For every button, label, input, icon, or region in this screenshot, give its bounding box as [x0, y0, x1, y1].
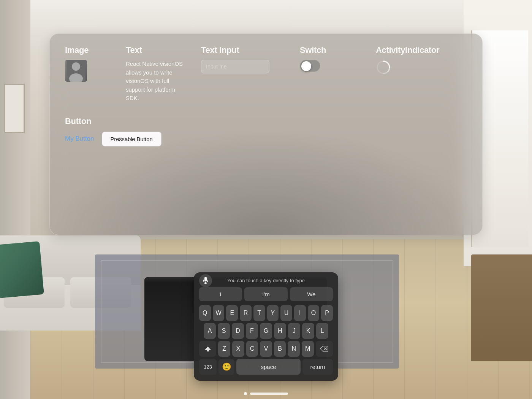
- pressable-button[interactable]: Pressable Button: [102, 132, 162, 146]
- suggestions-row: I I'm We: [199, 287, 333, 301]
- key-q[interactable]: Q: [199, 305, 211, 321]
- key-space[interactable]: space: [236, 359, 301, 375]
- key-a[interactable]: A: [204, 323, 216, 339]
- key-emoji[interactable]: 🙂: [218, 359, 234, 375]
- text-input-label: Text Input: [201, 45, 285, 55]
- switch-track[interactable]: [300, 60, 320, 72]
- key-delete[interactable]: [316, 341, 333, 357]
- page-line: [250, 393, 288, 395]
- key-row-1: Q W E R T Y U I O P: [199, 305, 333, 321]
- avatar-image: [65, 60, 87, 82]
- key-c[interactable]: C: [246, 341, 258, 357]
- image-section-label: Image: [65, 45, 111, 55]
- mic-button[interactable]: [199, 274, 212, 287]
- right-cabinet: [471, 254, 532, 361]
- svg-point-1: [72, 62, 80, 71]
- keyboard-top-bar: You can touch a key directly to type: [199, 278, 333, 283]
- text-body: React Native visionOS allows you to writ…: [126, 60, 186, 103]
- keyboard-bottom-bar: 123 🙂 space return: [199, 359, 333, 375]
- panel-grid: Image Text React Native visionOS allows …: [65, 45, 467, 146]
- my-button[interactable]: My Button: [65, 135, 94, 143]
- switch-container: [300, 60, 361, 72]
- key-r[interactable]: R: [240, 305, 252, 321]
- key-m[interactable]: M: [302, 341, 314, 357]
- picture-frame: [4, 84, 25, 133]
- key-k[interactable]: K: [302, 323, 314, 339]
- page-dot-1: [244, 392, 247, 395]
- switch-label: Switch: [300, 45, 361, 55]
- page-indicator: [244, 392, 288, 395]
- key-s[interactable]: S: [218, 323, 230, 339]
- sofa-pillow: [0, 241, 44, 298]
- key-p[interactable]: P: [321, 305, 333, 321]
- key-v[interactable]: V: [260, 341, 272, 357]
- suggestion-i[interactable]: I: [199, 287, 242, 301]
- text-input-field[interactable]: [201, 60, 269, 73]
- activity-spinner: [376, 60, 391, 75]
- key-return[interactable]: return: [302, 359, 333, 375]
- button-section-label: Button: [65, 116, 467, 126]
- key-j[interactable]: J: [288, 323, 300, 339]
- switch-thumb: [301, 61, 311, 71]
- key-u[interactable]: U: [280, 305, 292, 321]
- activity-label: ActivityIndicator: [376, 45, 467, 55]
- button-row: Button My Button Pressable Button: [65, 116, 467, 146]
- suggestion-im[interactable]: I'm: [244, 287, 287, 301]
- key-i[interactable]: I: [294, 305, 306, 321]
- key-numbers[interactable]: 123: [199, 359, 217, 375]
- key-x[interactable]: X: [232, 341, 244, 357]
- key-z[interactable]: Z: [218, 341, 230, 357]
- svg-rect-4: [204, 277, 207, 281]
- left-wall: [0, 0, 30, 399]
- activity-section: ActivityIndicator: [376, 45, 467, 75]
- key-w[interactable]: W: [213, 305, 225, 321]
- text-section: Text React Native visionOS allows you to…: [126, 45, 186, 103]
- keyboard-hint: You can touch a key directly to type: [227, 278, 305, 283]
- key-row-2: A S D F G H J K L: [199, 323, 333, 339]
- image-section: Image: [65, 45, 111, 82]
- key-h[interactable]: H: [274, 323, 286, 339]
- key-d[interactable]: D: [232, 323, 244, 339]
- buttons-container: My Button Pressable Button: [65, 132, 467, 146]
- key-l[interactable]: L: [316, 323, 328, 339]
- key-y[interactable]: Y: [267, 305, 279, 321]
- key-e[interactable]: E: [226, 305, 238, 321]
- keyboard-panel: You can touch a key directly to type I I…: [194, 272, 338, 381]
- key-o[interactable]: O: [308, 305, 320, 321]
- key-b[interactable]: B: [274, 341, 286, 357]
- main-panel: Image Text React Native visionOS allows …: [49, 33, 483, 235]
- switch-section: Switch: [300, 45, 361, 72]
- text-input-section: Text Input: [201, 45, 285, 73]
- text-section-label: Text: [126, 45, 186, 55]
- suggestion-we[interactable]: We: [290, 287, 333, 301]
- key-t[interactable]: T: [253, 305, 265, 321]
- key-shift[interactable]: [199, 341, 216, 357]
- key-n[interactable]: N: [288, 341, 300, 357]
- key-f[interactable]: F: [246, 323, 258, 339]
- key-g[interactable]: G: [260, 323, 272, 339]
- key-row-3: Z X C V B N M: [199, 341, 333, 357]
